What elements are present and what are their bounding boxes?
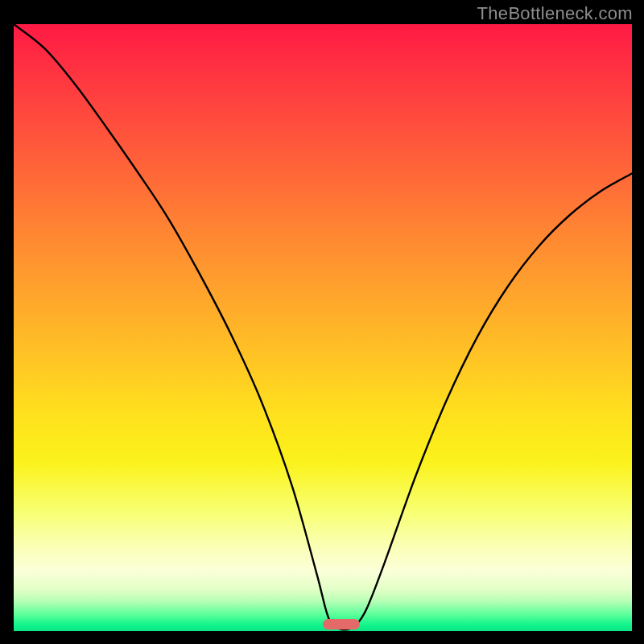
chart-frame: TheBottleneck.com: [0, 0, 644, 644]
optimal-marker-pill: [323, 619, 360, 630]
bottleneck-curve: [14, 24, 632, 631]
watermark-text: TheBottleneck.com: [477, 3, 633, 24]
plot-area: [14, 24, 632, 631]
